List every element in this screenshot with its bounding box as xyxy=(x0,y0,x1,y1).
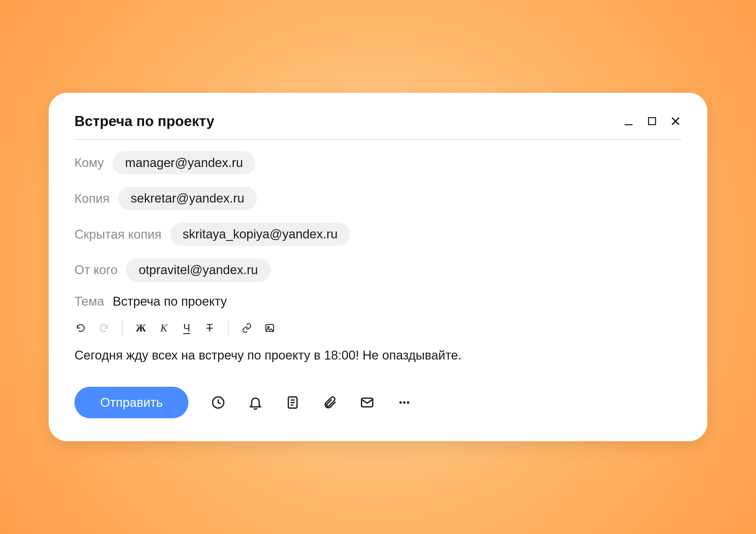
format-toolbar: Ж К Ч Т xyxy=(74,321,682,335)
subject-field[interactable]: Тема Встреча по проекту xyxy=(74,294,682,309)
cc-label: Копия xyxy=(74,191,109,206)
subject-label: Тема xyxy=(74,294,104,309)
message-body[interactable]: Сегодня жду всех на встречу по проекту в… xyxy=(74,346,682,364)
undo-icon[interactable] xyxy=(74,322,87,334)
titlebar: Встреча по проекту xyxy=(74,113,682,140)
more-icon[interactable] xyxy=(397,395,412,410)
maximize-icon[interactable] xyxy=(646,115,658,127)
image-icon[interactable] xyxy=(263,322,276,334)
bcc-chip[interactable]: skritaya_kopiya@yandex.ru xyxy=(170,223,350,246)
to-field[interactable]: Кому manager@yandex.ru xyxy=(74,151,682,175)
toolbar-separator xyxy=(122,321,122,335)
italic-button[interactable]: К xyxy=(157,322,170,334)
svg-point-13 xyxy=(403,401,406,404)
window-controls xyxy=(623,115,682,127)
bcc-field[interactable]: Скрытая копия skritaya_kopiya@yandex.ru xyxy=(74,223,682,246)
cc-chip[interactable]: sekretar@yandex.ru xyxy=(118,187,257,210)
subject-value[interactable]: Встреча по проекту xyxy=(113,294,227,309)
svg-point-12 xyxy=(399,401,402,404)
reminder-icon[interactable] xyxy=(248,395,263,410)
bcc-label: Скрытая копия xyxy=(74,227,162,241)
compose-footer: Отправить xyxy=(74,387,682,418)
minimize-icon[interactable] xyxy=(623,115,634,127)
close-icon[interactable] xyxy=(669,115,682,127)
to-chip[interactable]: manager@yandex.ru xyxy=(113,151,256,175)
svg-rect-1 xyxy=(649,118,656,125)
svg-point-14 xyxy=(407,401,410,404)
underline-button[interactable]: Ч xyxy=(180,322,193,334)
send-button[interactable]: Отправить xyxy=(74,387,188,418)
template-icon[interactable] xyxy=(285,395,300,410)
from-label: От кого xyxy=(74,263,118,277)
bold-button[interactable]: Ж xyxy=(135,322,147,334)
mail-icon[interactable] xyxy=(360,395,375,410)
strikethrough-button[interactable]: Т xyxy=(203,322,216,334)
toolbar-separator xyxy=(228,321,229,335)
to-label: Кому xyxy=(74,155,104,170)
attach-icon[interactable] xyxy=(322,395,338,410)
redo-icon[interactable] xyxy=(97,322,110,334)
svg-point-5 xyxy=(268,326,269,328)
window-title: Встреча по проекту xyxy=(74,113,214,129)
from-field[interactable]: От кого otpravitel@yandex.ru xyxy=(74,258,682,282)
from-chip[interactable]: otpravitel@yandex.ru xyxy=(126,258,270,282)
compose-window: Встреча по проекту Кому manager@yandex.r… xyxy=(49,93,707,441)
link-icon[interactable] xyxy=(241,322,253,334)
schedule-icon[interactable] xyxy=(211,395,226,410)
cc-field[interactable]: Копия sekretar@yandex.ru xyxy=(74,187,682,210)
